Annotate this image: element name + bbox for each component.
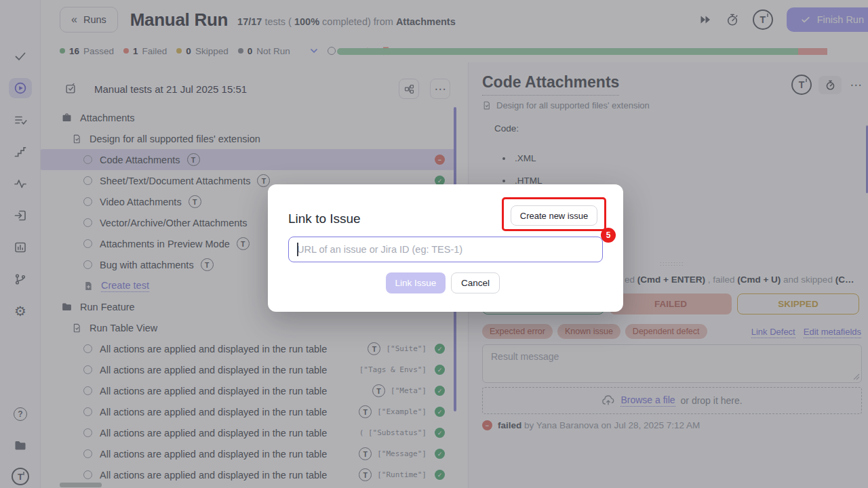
link-issue-button[interactable]: Link Issue [386,272,446,293]
create-new-issue-button[interactable]: Create new issue [511,205,597,226]
cancel-button[interactable]: Cancel [451,272,500,293]
link-to-issue-modal: Link to Issue Create new issue Link Issu… [268,184,623,312]
issue-url-input[interactable] [288,237,603,262]
app-window: Runs Manual Run 17/17 tests ( 100% compl… [0,0,868,488]
text-caret [297,243,298,256]
modal-title: Link to Issue [288,211,361,226]
annotation-step-badge: 5 [601,228,616,243]
